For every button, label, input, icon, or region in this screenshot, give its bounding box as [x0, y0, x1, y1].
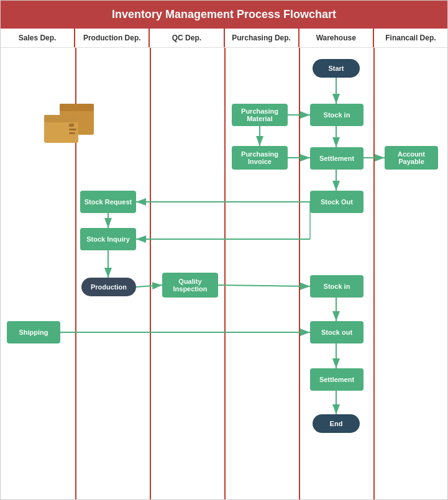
node-stock-inquiry: Stock Inquiry: [80, 228, 136, 250]
node-start: Start: [313, 59, 360, 78]
header-row: Sales Dep. Production Dep. QC Dep. Purch…: [1, 29, 447, 48]
header-qc: QC Dep.: [150, 29, 224, 47]
node-stock-out-1: Stock Out: [310, 191, 363, 213]
node-account-payable: Account Payable: [385, 146, 438, 170]
svg-rect-7: [69, 129, 76, 130]
divider-4: [299, 48, 300, 499]
node-stock-in-2: Stock in: [310, 275, 363, 298]
title-bar: Inventory Management Process Flowchart: [1, 1, 447, 29]
header-sales: Sales Dep.: [1, 29, 75, 47]
svg-rect-8: [69, 132, 75, 134]
node-purchasing-material: Purchasing Material: [232, 104, 288, 126]
node-end: End: [313, 414, 360, 433]
node-production: Production: [81, 278, 136, 296]
flowchart-container: Inventory Management Process Flowchart S…: [0, 0, 448, 500]
svg-line-23: [218, 285, 310, 286]
node-settlement-1: Settlement: [310, 147, 363, 170]
chart-title: Inventory Management Process Flowchart: [112, 8, 336, 20]
node-stock-out-2: Stock out: [310, 321, 363, 343]
header-production: Production Dep.: [75, 29, 150, 47]
svg-rect-6: [69, 124, 74, 127]
node-quality-inspection: Quality Inspection: [162, 273, 218, 298]
header-financial: Financail Dep.: [374, 29, 447, 47]
header-purchasing: Purchasing Dep.: [225, 29, 299, 47]
node-stock-request: Stock Request: [80, 191, 136, 213]
package-icon: [35, 98, 109, 154]
main-area: Start Purchasing Material Stock in Purch…: [1, 48, 447, 499]
header-warehouse: Warehouse: [299, 29, 374, 47]
node-shipping: Shipping: [7, 321, 60, 343]
node-settlement-2: Settlement: [310, 368, 363, 391]
node-purchasing-invoice: Purchasing Invoice: [232, 146, 288, 170]
divider-2: [150, 48, 151, 499]
divider-3: [224, 48, 226, 499]
divider-5: [373, 48, 375, 499]
svg-line-22: [136, 285, 162, 287]
node-stock-in-1: Stock in: [310, 104, 363, 126]
